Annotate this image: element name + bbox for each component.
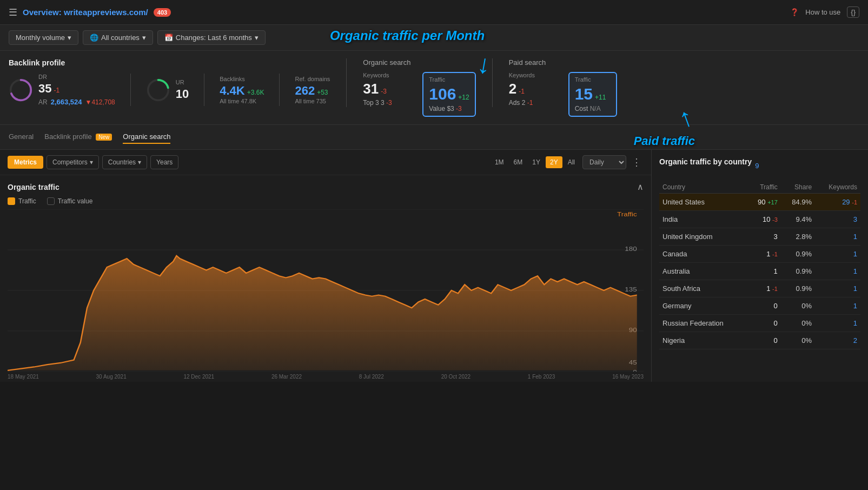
more-options-button[interactable]: ⋮ — [630, 156, 644, 168]
time-6m[interactable]: 6M — [509, 156, 527, 168]
table-row[interactable]: Australia 1 0.9% 1 — [659, 263, 860, 280]
country-name: India — [659, 211, 747, 228]
how-to-use-link[interactable]: How to use — [805, 8, 840, 16]
dr-chart — [9, 78, 33, 102]
collapse-icon[interactable]: ∧ — [637, 182, 644, 192]
org-value: Value $3 -3 — [429, 105, 462, 112]
dr-change: -1 — [54, 87, 59, 94]
traffic-value-checkbox[interactable] — [47, 197, 55, 205]
country-name: Australia — [659, 263, 747, 280]
country-traffic: 1 — [747, 263, 781, 280]
col-country: Country — [659, 181, 747, 194]
traffic-value-legend[interactable]: Traffic value — [47, 197, 93, 205]
chevron-down-icon: ▾ — [90, 158, 93, 166]
refdomains-value: 262 — [295, 84, 315, 98]
paid-keywords-change: -1 — [519, 88, 525, 95]
years-button[interactable]: Years — [150, 155, 178, 169]
traffic-chart: Traffic 180 135 90 45 0 — [0, 209, 651, 372]
paid-traffic-change: +11 — [595, 94, 606, 101]
table-row[interactable]: United States 90 +17 84.9% 29 -1 — [659, 194, 860, 211]
country-name: Russian Federation — [659, 315, 747, 332]
svg-text:180: 180 — [625, 246, 637, 253]
daily-select[interactable]: Daily Weekly Monthly — [582, 155, 626, 169]
country-keywords: 2 — [815, 332, 860, 349]
traffic-checkbox[interactable] — [8, 197, 15, 205]
paid-keywords-label: Keywords — [509, 72, 558, 78]
org-keywords-value: 31 — [363, 81, 379, 97]
country-share: 0% — [781, 315, 815, 332]
country-keywords: 1 — [815, 315, 860, 332]
chevron-down-icon: ▾ — [142, 34, 146, 42]
tab-general[interactable]: General — [9, 130, 34, 144]
table-row[interactable]: South Africa 1 -1 0.9% 1 — [659, 280, 860, 297]
backlinks-label: Backlinks — [220, 76, 264, 82]
menu-icon[interactable]: ☰ — [9, 6, 17, 18]
country-count: 9 — [755, 162, 759, 170]
col-share: Share — [781, 181, 815, 194]
globe-icon: 🌐 — [90, 34, 98, 42]
org-traffic-label: Traffic — [429, 76, 469, 83]
country-keywords: 1 — [815, 228, 860, 246]
traffic-legend[interactable]: Traffic — [8, 197, 36, 205]
country-share: 0% — [781, 297, 815, 315]
paid-traffic-value: 15 — [575, 85, 593, 103]
metrics-button[interactable]: Metrics — [8, 156, 43, 169]
ar-change: ▼412,708 — [85, 98, 115, 106]
time-all[interactable]: All — [564, 156, 579, 168]
table-row[interactable]: Germany 0 0% 1 — [659, 297, 860, 315]
tab-organic-search[interactable]: Organic search — [123, 130, 170, 144]
country-name: Canada — [659, 246, 747, 263]
changes-dropdown[interactable]: 📅 Changes: Last 6 months ▾ — [157, 30, 266, 45]
country-traffic: 0 — [747, 315, 781, 332]
table-row[interactable]: United Kingdom 3 2.8% 1 — [659, 228, 860, 246]
all-countries-dropdown[interactable]: 🌐 All countries ▾ — [83, 30, 153, 45]
col-traffic: Traffic — [747, 181, 781, 194]
country-keywords: 3 — [815, 211, 860, 228]
refdomains-change: +53 — [317, 89, 328, 96]
error-badge: 403 — [154, 8, 171, 17]
svg-text:Traffic: Traffic — [617, 211, 637, 218]
question-icon: ❓ — [790, 8, 799, 16]
time-2y[interactable]: 2Y — [546, 156, 562, 168]
ur-value: 10 — [176, 87, 189, 101]
paid-traffic-box: Traffic 15 +11 Cost N/A — [568, 72, 617, 117]
table-row[interactable]: Russian Federation 0 0% 1 — [659, 315, 860, 332]
paid-cost: Cost N/A — [575, 105, 601, 112]
country-keywords: 1 — [815, 280, 860, 297]
dr-value: 35 — [38, 82, 51, 96]
chart-x-labels: 18 May 2021 30 Aug 2021 12 Dec 2021 26 M… — [0, 372, 651, 382]
calendar-icon: 📅 — [164, 34, 173, 42]
ur-chart — [146, 78, 170, 102]
competitors-button[interactable]: Competitors ▾ — [47, 155, 99, 169]
tab-backlink-profile[interactable]: Backlink profile New — [44, 130, 112, 144]
chart-title: Organic traffic — [8, 183, 59, 191]
table-row[interactable]: Nigeria 0 0% 2 — [659, 332, 860, 349]
col-keywords: Keywords — [815, 181, 860, 194]
country-keywords: 1 — [815, 263, 860, 280]
table-row[interactable]: Canada 1 -1 0.9% 1 — [659, 246, 860, 263]
org-top3: Top 3 3 -3 — [363, 99, 392, 107]
table-row[interactable]: India 10 -3 9.4% 3 — [659, 211, 860, 228]
org-keywords-label: Keywords — [363, 72, 412, 78]
organic-search-title: Organic search — [363, 58, 475, 67]
paid-search-title: Paid search — [509, 58, 617, 67]
country-share: 2.8% — [781, 228, 815, 246]
country-name: Nigeria — [659, 332, 747, 349]
countries-button[interactable]: Countries ▾ — [102, 155, 147, 169]
country-traffic: 1 -1 — [747, 280, 781, 297]
country-share: 0.9% — [781, 263, 815, 280]
organic-traffic-box: Traffic 106 +12 Value $3 -3 — [422, 72, 475, 117]
code-icon[interactable]: {} — [847, 6, 859, 18]
monthly-volume-dropdown[interactable]: Monthly volume ▾ — [9, 30, 78, 45]
country-table-title: Organic traffic by country — [659, 157, 752, 166]
paid-ads: Ads 2 -1 — [509, 99, 533, 107]
country-traffic: 90 +17 — [747, 194, 781, 211]
backlink-profile-title: Backlink profile — [9, 58, 330, 67]
time-1m[interactable]: 1M — [491, 156, 508, 168]
country-traffic: 1 -1 — [747, 246, 781, 263]
refdomains-label: Ref. domains — [295, 76, 330, 82]
svg-text:135: 135 — [625, 286, 637, 293]
time-1y[interactable]: 1Y — [528, 156, 545, 168]
country-share: 0% — [781, 332, 815, 349]
chevron-down-icon: ▾ — [138, 158, 141, 166]
